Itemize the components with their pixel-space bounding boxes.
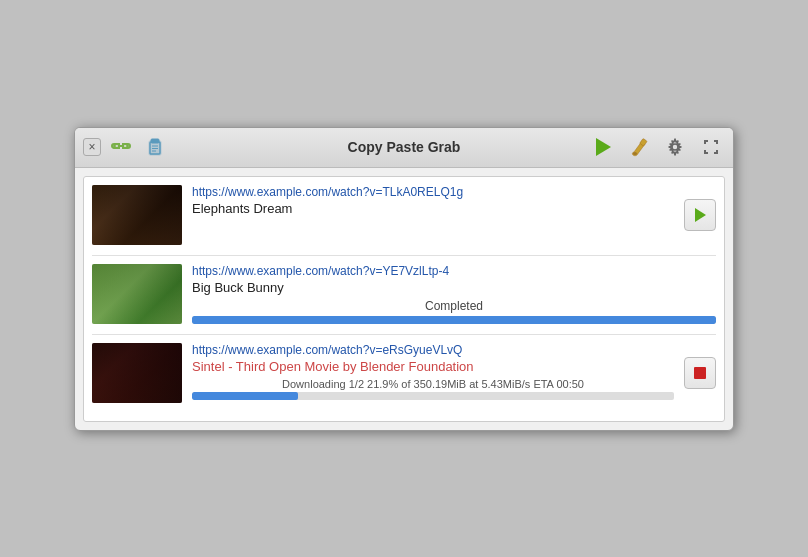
separator-2 <box>92 334 716 335</box>
progress-fill-2 <box>192 316 716 324</box>
expand-icon <box>702 138 720 156</box>
item-details-1: https://www.example.com/watch?v=TLkA0REL… <box>192 185 674 220</box>
paste-button[interactable] <box>141 133 169 161</box>
window-title: Copy Paste Grab <box>348 139 461 155</box>
play-all-icon <box>596 138 611 156</box>
svg-point-11 <box>633 152 637 155</box>
expand-button[interactable] <box>697 133 725 161</box>
play-button-1[interactable] <box>684 199 716 231</box>
titlebar-right <box>589 133 725 161</box>
svg-rect-3 <box>119 145 123 147</box>
progress-bar-2 <box>192 316 716 324</box>
brush-icon <box>628 136 650 158</box>
clear-button[interactable] <box>625 133 653 161</box>
settings-button[interactable] <box>661 133 689 161</box>
item-details-3: https://www.example.com/watch?v=eRsGyueV… <box>192 343 674 400</box>
item-title-1: Elephants Dream <box>192 201 674 216</box>
progress-fill-3 <box>192 392 298 400</box>
item-url-3[interactable]: https://www.example.com/watch?v=eRsGyueV… <box>192 343 674 357</box>
titlebar-left: × <box>83 133 169 161</box>
main-window: × <box>74 127 734 431</box>
play-icon-1 <box>695 208 706 222</box>
separator-1 <box>92 255 716 256</box>
chain-icon <box>110 136 132 158</box>
item-details-2: https://www.example.com/watch?v=YE7VzlLt… <box>192 264 716 324</box>
titlebar: × <box>75 128 733 168</box>
progress-bar-3 <box>192 392 674 400</box>
download-item-3: https://www.example.com/watch?v=eRsGyueV… <box>92 343 716 403</box>
progress-label-2: Completed <box>192 299 716 313</box>
stop-button-3[interactable] <box>684 357 716 389</box>
item-url-1[interactable]: https://www.example.com/watch?v=TLkA0REL… <box>192 185 674 199</box>
thumbnail-1 <box>92 185 182 245</box>
svg-point-12 <box>672 144 678 150</box>
add-url-button[interactable] <box>107 133 135 161</box>
content-area: https://www.example.com/watch?v=TLkA0REL… <box>83 176 725 422</box>
gear-icon <box>665 137 685 157</box>
close-button[interactable]: × <box>83 138 101 156</box>
download-item-1: https://www.example.com/watch?v=TLkA0REL… <box>92 185 716 245</box>
item-title-2: Big Buck Bunny <box>192 280 716 295</box>
thumbnail-2 <box>92 264 182 324</box>
start-all-button[interactable] <box>589 133 617 161</box>
paste-icon <box>144 136 166 158</box>
stop-icon-3 <box>694 367 706 379</box>
item-title-3: Sintel - Third Open Movie by Blender Fou… <box>192 359 674 374</box>
thumbnail-3 <box>92 343 182 403</box>
item-url-2[interactable]: https://www.example.com/watch?v=YE7VzlLt… <box>192 264 716 278</box>
download-item-2: https://www.example.com/watch?v=YE7VzlLt… <box>92 264 716 324</box>
download-info-3: Downloading 1/2 21.9% of 350.19MiB at 5.… <box>192 378 674 390</box>
